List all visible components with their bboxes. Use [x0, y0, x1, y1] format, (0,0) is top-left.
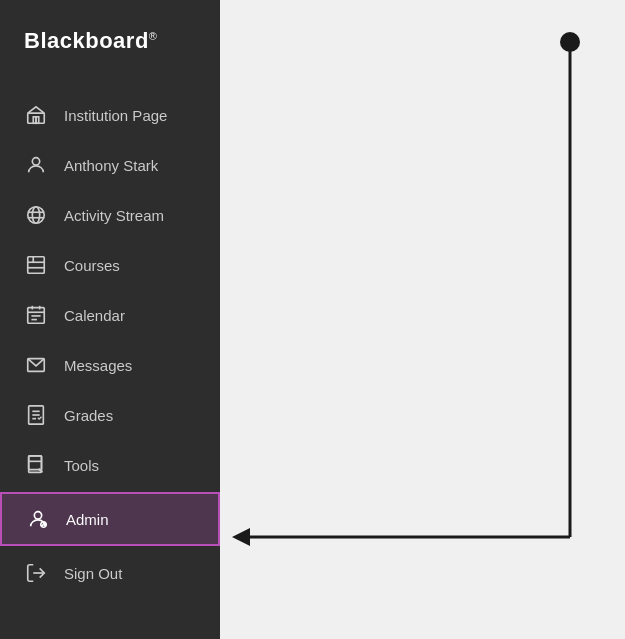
logo-trademark: ® [149, 30, 158, 42]
sidebar-item-label: Anthony Stark [64, 157, 158, 174]
globe-icon [24, 203, 48, 227]
admin-icon [26, 507, 50, 531]
svg-point-26 [34, 512, 41, 519]
user-icon [24, 153, 48, 177]
sidebar: Blackboard® Institution Page [0, 0, 220, 639]
annotation-area [220, 0, 625, 639]
sidebar-item-label: Grades [64, 407, 113, 424]
sidebar-item-label: Admin [66, 511, 109, 528]
sidebar-item-sign-out[interactable]: Sign Out [0, 548, 220, 598]
institution-icon [24, 103, 48, 127]
svg-rect-25 [29, 456, 42, 470]
sidebar-item-label: Activity Stream [64, 207, 164, 224]
tools-icon [24, 453, 48, 477]
annotation-arrow [220, 0, 625, 639]
grades-icon [24, 403, 48, 427]
sidebar-item-admin[interactable]: Admin [0, 492, 220, 546]
sidebar-item-tools[interactable]: Tools [0, 440, 220, 490]
sidebar-item-label: Messages [64, 357, 132, 374]
nav-items: Institution Page Anthony Stark [0, 82, 220, 639]
logo-name: Blackboard [24, 28, 149, 53]
sidebar-item-grades[interactable]: Grades [0, 390, 220, 440]
svg-rect-2 [36, 117, 39, 123]
sidebar-item-label: Calendar [64, 307, 125, 324]
sidebar-item-institution-page[interactable]: Institution Page [0, 90, 220, 140]
logo-area: Blackboard® [0, 0, 220, 82]
messages-icon [24, 353, 48, 377]
svg-point-32 [560, 32, 580, 52]
sidebar-item-label: Tools [64, 457, 99, 474]
sidebar-item-label: Sign Out [64, 565, 122, 582]
svg-marker-35 [232, 528, 250, 546]
svg-rect-8 [28, 257, 45, 274]
courses-icon [24, 253, 48, 277]
calendar-icon [24, 303, 48, 327]
svg-point-5 [32, 207, 39, 224]
sidebar-item-messages[interactable]: Messages [0, 340, 220, 390]
sidebar-item-label: Courses [64, 257, 120, 274]
sidebar-item-courses[interactable]: Courses [0, 240, 220, 290]
sidebar-item-activity-stream[interactable]: Activity Stream [0, 190, 220, 240]
sidebar-item-calendar[interactable]: Calendar [0, 290, 220, 340]
svg-point-3 [32, 158, 39, 165]
signout-icon [24, 561, 48, 585]
sidebar-item-anthony-stark[interactable]: Anthony Stark [0, 140, 220, 190]
svg-point-4 [28, 207, 45, 224]
sidebar-item-label: Institution Page [64, 107, 167, 124]
logo-text: Blackboard® [24, 28, 157, 53]
